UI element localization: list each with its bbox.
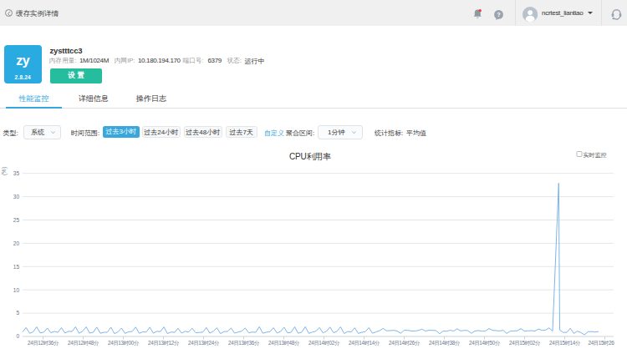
- svg-text:15: 15: [13, 264, 20, 270]
- svg-text:24日14时02分: 24日14时02分: [308, 340, 340, 346]
- svg-text:实时监控: 实时监控: [584, 152, 607, 158]
- svg-text:35: 35: [13, 170, 20, 176]
- svg-text:10: 10: [13, 287, 20, 293]
- svg-text:0: 0: [16, 333, 19, 339]
- svg-text:30: 30: [13, 194, 20, 200]
- svg-text:24日14时26分: 24日14时26分: [389, 340, 421, 346]
- svg-text:24日15时14分: 24日15时14分: [549, 340, 581, 346]
- svg-text:24日12时48分: 24日12时48分: [68, 340, 99, 346]
- svg-text:(%): (%): [1, 167, 8, 175]
- svg-text:24日13时12分: 24日13时12分: [148, 340, 180, 346]
- svg-text:5: 5: [16, 310, 19, 316]
- svg-text:24日13时24分: 24日13时24分: [188, 340, 220, 346]
- svg-text:25: 25: [13, 217, 20, 223]
- svg-text:24日15时26分: 24日15时26分: [589, 340, 620, 346]
- svg-text:24日14时14分: 24日14时14分: [349, 340, 380, 346]
- svg-text:?: ?: [497, 11, 501, 18]
- svg-text:24日13时00分: 24日13时00分: [108, 340, 140, 346]
- svg-text:CPU利用率: CPU利用率: [289, 152, 331, 161]
- svg-text:24日13时36分: 24日13时36分: [228, 340, 260, 346]
- svg-text:24日14时50分: 24日14时50分: [469, 340, 501, 346]
- svg-text:24日12时36分: 24日12时36分: [28, 340, 59, 346]
- svg-text:24日14时38分: 24日14时38分: [429, 340, 461, 346]
- svg-text:24日13时48分: 24日13时48分: [268, 340, 300, 346]
- svg-text:20: 20: [13, 240, 20, 246]
- svg-text:24日15时02分: 24日15时02分: [509, 340, 541, 346]
